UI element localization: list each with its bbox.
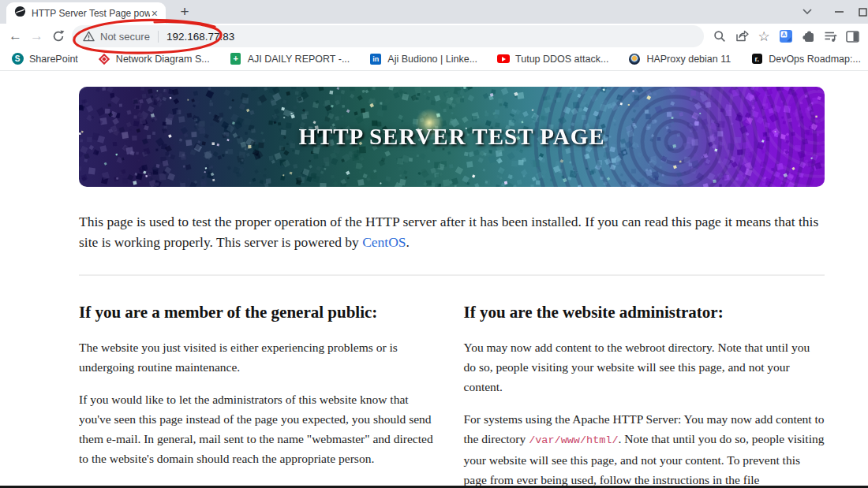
media-playlist-icon <box>824 30 837 43</box>
browser-tab[interactable]: HTTP Server Test Page powered × <box>6 2 166 24</box>
share-button[interactable] <box>731 25 753 47</box>
website-administrator-heading: If you are the website administrator: <box>464 303 825 322</box>
new-tab-button[interactable]: + <box>175 2 194 21</box>
translate-icon: A <box>779 29 793 43</box>
address-bar[interactable]: Not secure 192.168.77.83 <box>72 25 704 47</box>
bookmark-youtube-ddos[interactable]: Tutup DDOS attack... <box>497 53 608 65</box>
banner-image: HTTP SERVER TEST PAGE <box>79 87 825 187</box>
translate-button[interactable]: A <box>775 25 797 47</box>
bookmark-aji-daily-report[interactable]: + AJI DAILY REPORT -... <box>230 53 350 65</box>
back-button[interactable]: ← <box>5 25 26 47</box>
general-public-column: If you are a member of the general publi… <box>79 287 440 488</box>
window-maximize-button[interactable] <box>851 0 868 24</box>
paragraph: You may now add content to the webroot d… <box>464 337 825 397</box>
page-content: HTTP SERVER TEST PAGE This page is used … <box>0 71 868 488</box>
tab-close-icon[interactable]: × <box>150 8 159 19</box>
paragraph: For systems using the Apache HTTP Server… <box>464 409 825 488</box>
linkedin-icon: in <box>369 53 382 65</box>
tab-strip: HTTP Server Test Page powered × + <box>0 0 868 24</box>
reload-icon <box>52 30 65 43</box>
forward-arrow-icon: → <box>30 28 43 44</box>
bookmark-star-button[interactable]: ☆ <box>753 25 775 47</box>
url-text: 192.168.77.83 <box>166 31 234 43</box>
security-label: Not secure <box>100 31 150 43</box>
google-sheets-icon: + <box>230 53 242 65</box>
search-icon <box>713 30 726 43</box>
window-minimize-button[interactable] <box>827 0 851 24</box>
browser-window: { "tab": { "title": "HTTP Server Test Pa… <box>0 0 868 488</box>
paragraph: If you would like to let the administrat… <box>79 389 440 468</box>
diagram-diamond-icon <box>98 53 110 65</box>
not-secure-warning-icon <box>83 31 95 42</box>
paragraph: The website you just visited is either e… <box>79 337 440 377</box>
svg-text:A: A <box>782 31 787 38</box>
side-panel-icon <box>846 31 859 43</box>
tab-search-chevron-icon[interactable] <box>795 0 819 24</box>
share-icon <box>735 30 749 43</box>
tab-title: HTTP Server Test Page powered <box>32 8 150 19</box>
back-arrow-icon: ← <box>9 28 22 44</box>
roadmap-icon: r. <box>750 53 763 65</box>
bookmarks-bar: S SharePoint Network Diagram S... + AJI … <box>0 49 868 71</box>
browser-toolbar: ← → Not secure 192.168.77.83 ☆ <box>0 24 868 49</box>
sharepoint-icon: S <box>11 53 24 65</box>
forward-button[interactable]: → <box>26 25 47 47</box>
intro-paragraph: This page is used to test the proper ope… <box>79 211 825 252</box>
omnibox-divider <box>158 31 159 43</box>
star-icon: ☆ <box>758 28 769 45</box>
bookmark-haproxy[interactable]: HAProxy debian 11 <box>628 53 731 65</box>
bookmark-linkedin[interactable]: in Aji Budiono | Linke... <box>369 53 477 65</box>
website-administrator-column: If you are the website administrator: Yo… <box>464 287 825 488</box>
page-title: HTTP SERVER TEST PAGE <box>79 87 825 187</box>
puzzle-icon <box>802 30 815 43</box>
general-public-heading: If you are a member of the general publi… <box>79 303 440 322</box>
search-button[interactable] <box>709 25 731 47</box>
side-panel-button[interactable] <box>841 25 863 47</box>
bookmark-devops-roadmap[interactable]: r. DevOps Roadmap:... <box>750 53 861 65</box>
bookmark-sharepoint[interactable]: S SharePoint <box>11 53 78 65</box>
extensions-button[interactable] <box>797 25 819 47</box>
centos-link[interactable]: CentOS <box>362 234 406 250</box>
haproxy-icon <box>628 53 641 65</box>
reload-button[interactable] <box>47 25 69 47</box>
section-divider <box>79 274 825 276</box>
youtube-icon <box>497 53 510 65</box>
page-favicon-globe-icon <box>14 6 26 20</box>
media-controls-button[interactable] <box>819 25 841 47</box>
bookmark-network-diagram[interactable]: Network Diagram S... <box>98 53 210 65</box>
